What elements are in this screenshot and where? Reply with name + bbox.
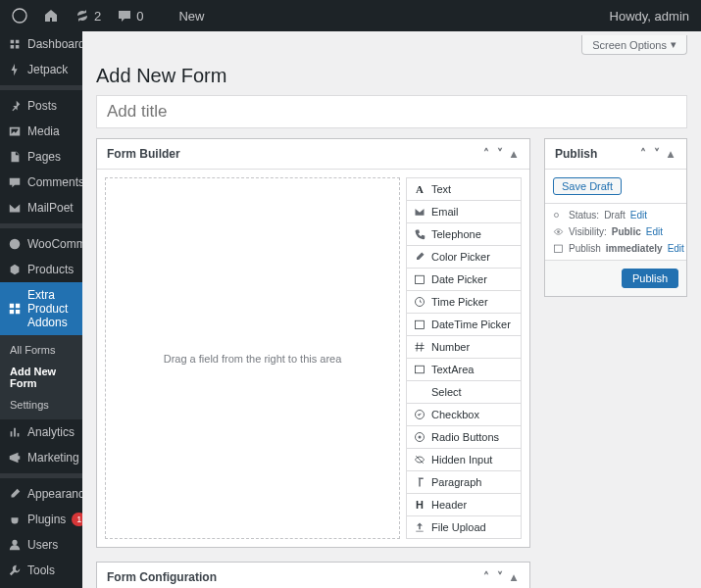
mega-icon bbox=[8, 451, 22, 465]
key-icon bbox=[553, 210, 564, 220]
move-up-icon[interactable]: ˄ bbox=[480, 147, 492, 161]
menu-marketing[interactable]: Marketing bbox=[0, 445, 82, 470]
updates-count[interactable]: 2 bbox=[71, 0, 105, 31]
move-down-icon[interactable]: ˅ bbox=[651, 147, 663, 161]
toggle-icon[interactable]: ▴ bbox=[508, 570, 520, 584]
menu-jetpack[interactable]: Jetpack bbox=[0, 57, 82, 82]
menu-pages[interactable]: Pages bbox=[0, 144, 82, 170]
menu-extra-product-addons[interactable]: Extra Product Addons bbox=[0, 282, 82, 335]
menu-appearance[interactable]: Appearance bbox=[0, 481, 82, 507]
edit-status-link[interactable]: Edit bbox=[630, 210, 647, 220]
admin-toolbar: 2 0 New Howdy, admin bbox=[0, 0, 701, 31]
field-date-picker[interactable]: Date Picker bbox=[407, 269, 521, 291]
menu-tools[interactable]: Tools bbox=[0, 558, 82, 583]
toggle-icon[interactable]: ▴ bbox=[508, 147, 520, 161]
plug-icon bbox=[8, 513, 22, 526]
field-date-time-picker[interactable]: DateTime Picker bbox=[407, 314, 521, 336]
menu-mailpoet[interactable]: MailPoet bbox=[0, 195, 82, 220]
site-home[interactable] bbox=[39, 0, 63, 31]
field-header[interactable]: HHeader bbox=[407, 494, 521, 516]
update-badge: 1 bbox=[72, 513, 82, 526]
wp-logo[interactable] bbox=[8, 0, 31, 31]
file-icon bbox=[414, 521, 426, 533]
field-text[interactable]: AText bbox=[407, 178, 521, 201]
page-title: Add New Form bbox=[96, 55, 687, 95]
submenu-settings[interactable]: Settings bbox=[0, 394, 82, 416]
field-color-picker[interactable]: Color Picker bbox=[407, 246, 521, 269]
publish-heading: Publish bbox=[555, 147, 597, 161]
menu-posts[interactable]: Posts bbox=[0, 93, 82, 119]
menu-products[interactable]: Products bbox=[0, 257, 82, 282]
jetpack-icon bbox=[8, 63, 22, 76]
user-icon bbox=[8, 538, 22, 552]
publish-button[interactable]: Publish bbox=[622, 269, 678, 288]
mail-icon bbox=[8, 201, 22, 215]
edit-publish-link[interactable]: Edit bbox=[668, 243, 684, 254]
date-time-picker-icon bbox=[414, 318, 426, 330]
email-icon bbox=[414, 206, 426, 218]
save-draft-button[interactable]: Save Draft bbox=[553, 177, 622, 195]
grid-icon bbox=[8, 302, 22, 316]
chart-icon bbox=[8, 425, 22, 439]
telephone-icon bbox=[414, 228, 426, 240]
field-hidden[interactable]: Hidden Input bbox=[407, 449, 521, 471]
form-builder-heading: Form Builder bbox=[107, 147, 180, 161]
menu-woocommerce[interactable]: WooCommerce bbox=[0, 231, 82, 257]
checkbox-icon bbox=[414, 409, 426, 420]
field-radio[interactable]: Radio Buttons bbox=[407, 426, 521, 449]
field-time-picker[interactable]: Time Picker bbox=[407, 291, 521, 314]
admin-menu: DashboardJetpackPostsMediaPagesCommentsM… bbox=[0, 31, 82, 588]
menu-dashboard[interactable]: Dashboard bbox=[0, 31, 82, 57]
media-icon bbox=[8, 124, 22, 138]
date-picker-icon bbox=[414, 273, 426, 285]
pages-icon bbox=[8, 150, 22, 164]
move-up-icon[interactable]: ˄ bbox=[480, 570, 492, 584]
field-file[interactable]: File Upload bbox=[407, 516, 521, 538]
field-textarea[interactable]: TextArea bbox=[407, 359, 521, 381]
form-config-heading: Form Configuration bbox=[107, 570, 217, 584]
new-content[interactable]: New bbox=[155, 0, 208, 31]
field-number[interactable]: Number bbox=[407, 336, 521, 359]
number-icon bbox=[414, 341, 426, 353]
toggle-icon[interactable]: ▴ bbox=[665, 147, 676, 161]
move-up-icon[interactable]: ˄ bbox=[637, 147, 649, 161]
textarea-icon bbox=[414, 364, 426, 375]
chevron-down-icon: ▾ bbox=[671, 38, 676, 51]
comment-icon bbox=[8, 175, 22, 189]
menu-media[interactable]: Media bbox=[0, 119, 82, 144]
edit-visibility-link[interactable]: Edit bbox=[646, 226, 663, 237]
submenu-add-new-form[interactable]: Add New Form bbox=[0, 361, 82, 394]
menu-comments[interactable]: Comments bbox=[0, 170, 82, 195]
title-input[interactable] bbox=[96, 95, 687, 128]
product-icon bbox=[8, 263, 22, 276]
my-account[interactable]: Howdy, admin bbox=[606, 0, 693, 31]
publish-box: Publish ˄ ˅ ▴ Save Draft Status: bbox=[544, 138, 687, 297]
woo-icon bbox=[8, 237, 22, 251]
radio-icon bbox=[414, 431, 426, 443]
menu-users[interactable]: Users bbox=[0, 532, 82, 558]
field-checkbox[interactable]: Checkbox bbox=[407, 404, 521, 426]
color-picker-icon bbox=[414, 251, 426, 263]
menu-analytics[interactable]: Analytics bbox=[0, 419, 82, 445]
menu-settings[interactable]: Settings bbox=[0, 583, 82, 588]
move-down-icon[interactable]: ˅ bbox=[494, 570, 506, 584]
field-email[interactable]: Email bbox=[407, 201, 521, 223]
drop-area[interactable]: Drag a field from the right to this area bbox=[105, 177, 400, 539]
status-row: Status: Draft Edit bbox=[553, 210, 678, 220]
dashboard-icon bbox=[8, 37, 22, 51]
form-builder-box: Form Builder ˄ ˅ ▴ Drag a field from the… bbox=[96, 138, 530, 548]
submenu-all-forms[interactable]: All Forms bbox=[0, 339, 82, 361]
text-icon: A bbox=[414, 183, 426, 195]
calendar-icon bbox=[553, 243, 564, 254]
field-telephone[interactable]: Telephone bbox=[407, 223, 521, 246]
field-select[interactable]: Select bbox=[407, 381, 521, 404]
menu-plugins[interactable]: Plugins1 bbox=[0, 507, 82, 532]
comments-count[interactable]: 0 bbox=[113, 0, 147, 31]
visibility-row: Visibility: Public Edit bbox=[553, 226, 678, 237]
screen-options[interactable]: Screen Options ▾ bbox=[581, 35, 687, 55]
header-icon: H bbox=[414, 499, 426, 511]
field-paragraph[interactable]: Paragraph bbox=[407, 471, 521, 494]
move-down-icon[interactable]: ˅ bbox=[494, 147, 506, 161]
eye-icon bbox=[553, 226, 564, 237]
brush-icon bbox=[8, 487, 22, 501]
